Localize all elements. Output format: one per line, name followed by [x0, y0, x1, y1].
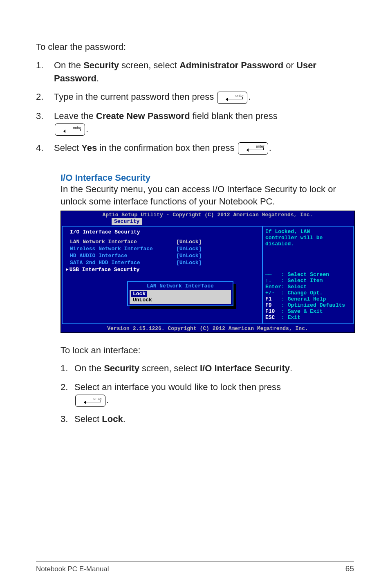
cursor-label: USB Interface Security	[69, 267, 140, 273]
footer-title: Notebook PC E-Manual	[36, 565, 109, 573]
d: General Help	[288, 296, 326, 302]
b: I/O Interface Security	[200, 363, 290, 373]
row-label: LAN Network Interface	[70, 239, 176, 245]
popup-opt: UnLock	[131, 297, 154, 303]
bios-popup: LAN Network Interface Lock UnLock	[127, 281, 233, 306]
t: .	[123, 414, 126, 424]
popup-title: LAN Network Interface	[129, 283, 232, 289]
step-text: Leave the Create New Password field blan…	[54, 110, 354, 136]
lock-step-2: 2. Select an interface you would like to…	[61, 381, 354, 407]
b: Security	[83, 60, 119, 70]
k: F10	[265, 308, 275, 314]
step-num: 3.	[61, 413, 74, 426]
help-key: F1 : General Help	[265, 296, 351, 303]
row-label: SATA 2nd HDD Interface	[70, 260, 176, 266]
k: F9	[265, 302, 272, 308]
d: Optimized Defaults	[288, 302, 345, 308]
popup-option: Lock	[130, 291, 231, 297]
t: screen, select	[139, 363, 200, 373]
t: Select	[54, 143, 81, 153]
help-nav: →← : Select Screen ↑↓ : Select Item Ente…	[265, 272, 351, 296]
t: Type in the current password then press	[54, 92, 216, 102]
bios-row: HD AUDIO Interface[UnLock]	[66, 252, 259, 259]
b: Lock	[102, 414, 123, 424]
t: field blank then press	[190, 111, 278, 121]
bios-section: I/O Interface Security	[66, 229, 259, 235]
b: Create New Password	[96, 111, 190, 121]
io-security-heading: I/O Interface Security	[61, 173, 354, 183]
row-val: [UnLock]	[176, 246, 202, 252]
k: ESC	[265, 314, 275, 321]
step-1: 1. On the Security screen, select Admini…	[36, 59, 354, 85]
bios-row: Wireless Network Interface[UnLock]	[66, 245, 259, 252]
k: F1	[265, 296, 272, 302]
step-num: 3.	[36, 110, 54, 136]
help-top: If Locked, LAN controller will be disabl…	[265, 229, 351, 247]
lock-step-1: 1. On the Security screen, select I/O In…	[61, 362, 354, 375]
bios-title: Aptio Setup Utility - Copyright (C) 2012…	[61, 211, 354, 218]
step-4: 4. Select Yes in the confirmation box th…	[36, 141, 354, 155]
intro-text: To clear the password:	[36, 41, 354, 53]
t: screen, select	[119, 60, 179, 70]
row-label: Wireless Network Interface	[70, 246, 176, 252]
step-text: Select an interface you would like to lo…	[74, 381, 354, 407]
row-val: [UnLock]	[176, 239, 202, 245]
bios-screenshot: Aptio Setup Utility - Copyright (C) 2012…	[61, 211, 355, 332]
step-num: 1.	[61, 362, 74, 375]
step-text: Select Lock.	[74, 413, 354, 426]
step-3: 3. Leave the Create New Password field b…	[36, 110, 354, 136]
b: Yes	[81, 143, 97, 153]
clear-password-steps: 1. On the Security screen, select Admini…	[36, 59, 354, 155]
lock-intro: To lock an interface:	[61, 344, 354, 357]
help-key: ESC : Exit	[265, 315, 351, 321]
step-text: Select Yes in the confirmation box then …	[54, 141, 354, 155]
step-num: 4.	[36, 141, 54, 155]
t: or	[283, 60, 296, 70]
bios-row: LAN Network Interface[UnLock]	[66, 238, 259, 245]
help-key: F9 : Optimized Defaults	[265, 303, 351, 309]
enter-key-icon	[238, 142, 268, 155]
bios-left-pane: I/O Interface Security LAN Network Inter…	[63, 227, 262, 323]
t: .	[106, 395, 109, 405]
page-number: 65	[345, 564, 354, 573]
enter-key-icon	[217, 92, 247, 104]
io-security-para: In the Security menu, you can access I/O…	[61, 183, 354, 207]
t: On the	[74, 363, 104, 373]
bios-row: SATA 2nd HDD Interface[UnLock]	[66, 259, 259, 266]
t: .	[86, 124, 88, 134]
lock-steps: 1. On the Security screen, select I/O In…	[61, 362, 354, 426]
lock-step-3: 3. Select Lock.	[61, 413, 354, 426]
d: Save & Exit	[288, 308, 323, 314]
t: On the	[54, 60, 83, 70]
t: Leave the	[54, 111, 96, 121]
step-num: 1.	[36, 59, 54, 85]
t: Select an interface you would like to lo…	[74, 382, 281, 392]
step-num: 2.	[36, 90, 54, 103]
step-text: On the Security screen, select I/O Inter…	[74, 362, 354, 375]
t: .	[96, 73, 99, 83]
footer-rule	[36, 561, 354, 562]
row-val: [UnLock]	[176, 260, 202, 266]
b: Security	[104, 363, 139, 373]
bios-cursor-row: USB Interface Security	[66, 266, 259, 273]
t: .	[290, 363, 292, 373]
t: .	[269, 143, 271, 153]
step-text: Type in the current password then press …	[54, 90, 354, 103]
t: Select	[74, 414, 102, 424]
t: .	[248, 92, 251, 102]
step-text: On the Security screen, select Administr…	[54, 59, 354, 85]
row-label: HD AUDIO Interface	[70, 253, 176, 259]
step-2: 2. Type in the current password then pre…	[36, 90, 354, 103]
b: Administrator Password	[179, 60, 283, 70]
bios-tab: Security	[112, 218, 142, 225]
bios-help-pane: If Locked, LAN controller will be disabl…	[262, 227, 353, 323]
help-key: F10 : Save & Exit	[265, 309, 351, 315]
row-val: [UnLock]	[176, 253, 202, 259]
popup-opt-sel: Lock	[131, 291, 147, 297]
d: Exit	[288, 314, 300, 321]
enter-key-icon	[55, 123, 85, 136]
t: in the confirmation box then press	[97, 143, 237, 153]
step-num: 2.	[61, 381, 74, 407]
popup-option: UnLock	[130, 297, 231, 303]
bios-footer: Version 2.15.1226. Copyright (C) 2012 Am…	[61, 325, 354, 332]
